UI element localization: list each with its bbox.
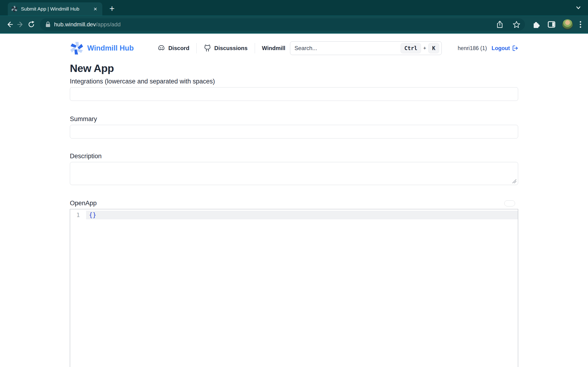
openapp-label: OpenApp [70,200,97,207]
lock-icon[interactable] [45,21,51,28]
search-input[interactable] [291,45,401,51]
page-content: Windmill Hub Discord [70,40,518,367]
description-label: Description [70,153,518,160]
new-tab-button[interactable]: + [107,3,117,14]
search-box[interactable]: Ctrl + K [290,41,442,55]
integrations-label: Integrations (lowercase and separated wi… [70,78,518,85]
tab-search-chevron-icon[interactable] [575,5,582,10]
page-title: New App [70,62,518,75]
url-path: /apps/add [96,21,120,28]
integrations-input[interactable] [70,87,518,101]
favicon-windmill-icon [11,6,18,12]
nav-divider [255,43,255,53]
back-button[interactable] [4,19,15,30]
nav-label: Windmill [262,45,286,51]
username: henri186 (1) [458,45,487,51]
extensions-puzzle-icon[interactable] [532,20,541,29]
openapp-header-row: OpenApp [70,200,518,207]
github-discussions-icon [204,44,211,52]
editor-mode-toggle[interactable] [504,200,515,206]
reload-button[interactable] [26,19,37,30]
line-number: 1 [70,211,86,219]
forward-button[interactable] [15,19,26,30]
summary-input[interactable] [70,125,518,139]
nav-divider [196,43,197,53]
user-area: henri186 (1) Logout [458,45,518,51]
openapp-code-editor[interactable]: 1 {} [70,209,518,367]
windmill-logo-icon [70,41,84,55]
toolbar-actions [529,19,584,30]
brand-home-link[interactable]: Windmill Hub [70,41,134,55]
url-host: hub.windmill.dev [54,21,96,28]
main-nav: Discord Discussions Windmill [157,43,286,53]
kbd-k: K [428,43,439,53]
share-icon[interactable] [496,20,503,28]
nav-item-windmill[interactable]: Windmill [262,45,286,51]
browser-menu-icon[interactable] [579,20,582,29]
editor-line[interactable]: 1 {} [70,211,518,219]
browser-tab[interactable]: Submit App | Windmill Hub × [8,2,102,16]
description-textarea[interactable] [70,162,518,185]
brand-name: Windmill Hub [87,44,134,52]
site-header: Windmill Hub Discord [70,40,518,57]
summary-label: Summary [70,116,518,123]
browser-tab-strip: Submit App | Windmill Hub × + [0,0,588,16]
logout-icon [512,45,518,51]
browser-toolbar: hub.windmill.dev/apps/add [0,16,588,34]
nav-item-discussions[interactable]: Discussions [204,44,247,52]
kbd-plus: + [423,45,426,51]
code-content[interactable]: {} [86,211,518,219]
resize-grip-icon[interactable] [512,179,517,184]
url-bar[interactable]: hub.windmill.dev/apps/add [40,18,525,31]
tab-title: Submit App | Windmill Hub [21,6,92,12]
logout-label: Logout [492,45,510,51]
side-panel-icon[interactable] [547,20,556,29]
bookmark-star-icon[interactable] [513,21,520,28]
profile-avatar[interactable] [562,19,573,30]
nav-label: Discord [168,45,189,51]
nav-item-discord[interactable]: Discord [157,44,189,52]
kbd-ctrl: Ctrl [401,43,421,53]
nav-label: Discussions [214,45,247,51]
tab-close-icon[interactable]: × [92,5,99,12]
logout-link[interactable]: Logout [492,45,518,51]
discord-icon [157,44,165,52]
